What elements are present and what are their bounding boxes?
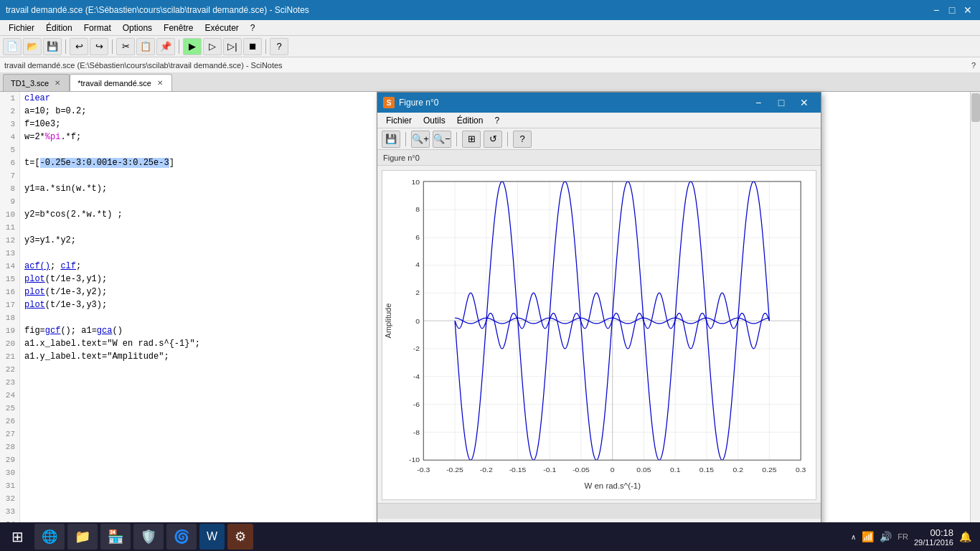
save-button[interactable]: 💾 <box>43 38 62 55</box>
clock-time: 00:18 <box>914 527 953 538</box>
stop-button[interactable]: ⏹ <box>243 38 262 55</box>
code-line-4: 4 w=2*%pi.*f; <box>0 131 380 143</box>
code-line-10: 10 y2=b*cos(2.*w.*t) ; <box>0 208 380 221</box>
code-line-16: 16 plot(t/1e-3,y2); <box>0 286 380 298</box>
taskbar-chevron[interactable]: ∧ <box>851 533 856 541</box>
figure-plot-area: 10 8 6 4 2 0 -2 -4 -6 -8 -10 -0.3 -0.25 … <box>382 170 816 500</box>
close-button[interactable]: ✕ <box>961 4 974 17</box>
svg-text:-8: -8 <box>413 429 420 437</box>
new-button[interactable]: 📄 <box>3 38 22 55</box>
tab-td1-close[interactable]: ✕ <box>53 79 62 87</box>
menu-options[interactable]: Options <box>117 22 158 34</box>
svg-text:8: 8 <box>415 205 420 213</box>
code-line-15: 15 plot(t/1e-3,y1); <box>0 273 380 286</box>
help-button[interactable]: ? <box>270 38 288 55</box>
code-line-8: 8 y1=a.*sin(w.*t); <box>0 182 380 195</box>
main-area: 1 clear 2 a=10; b=0.2; 3 f=10e3; 4 w=2*%… <box>0 92 980 525</box>
fig-tool-rotate[interactable]: ↺ <box>484 131 502 148</box>
svg-text:-0.1: -0.1 <box>543 466 556 474</box>
code-line-22: 22 <box>0 363 380 376</box>
fig-tool-zoom-out[interactable]: 🔍− <box>433 131 451 148</box>
tab-travail-close[interactable]: ✕ <box>156 79 164 87</box>
cut-button[interactable]: ✂ <box>116 38 135 55</box>
path-text: travail demandé.sce (E:\Sébastien\cours\… <box>4 61 283 70</box>
code-line-11: 11 <box>0 221 380 234</box>
svg-text:-0.15: -0.15 <box>509 466 527 474</box>
fig-tool-pan[interactable]: ⊞ <box>462 131 481 148</box>
code-line-28: 28 <box>0 441 380 453</box>
maximize-button[interactable]: □ <box>946 4 958 17</box>
code-line-13: 13 <box>0 247 380 260</box>
svg-text:-4: -4 <box>413 372 420 380</box>
editor-scrollbar[interactable] <box>970 92 980 525</box>
tab-td1[interactable]: TD1_3.sce ✕ <box>3 74 70 91</box>
taskbar-scilab[interactable]: ⚙ <box>227 524 253 550</box>
redo-button[interactable]: ↪ <box>90 38 108 55</box>
plot-svg: 10 8 6 4 2 0 -2 -4 -6 -8 -10 -0.3 -0.25 … <box>382 171 816 499</box>
svg-text:-0.05: -0.05 <box>573 466 590 474</box>
start-button[interactable]: ⊞ <box>3 524 32 550</box>
menu-help[interactable]: ? <box>245 22 261 34</box>
fig-sep3 <box>507 132 508 146</box>
code-line-18: 18 <box>0 311 380 324</box>
code-line-9: 9 <box>0 195 380 208</box>
sep3 <box>179 39 179 54</box>
svg-text:6: 6 <box>415 233 420 241</box>
path-help: ? <box>971 61 976 70</box>
figure-close-button[interactable]: ✕ <box>793 95 815 110</box>
svg-text:2: 2 <box>415 288 420 296</box>
fig-menu-edition[interactable]: Édition <box>451 114 489 127</box>
menu-fenetre[interactable]: Fenêtre <box>158 22 199 34</box>
svg-text:-0.3: -0.3 <box>417 466 430 474</box>
copy-button[interactable]: 📋 <box>136 38 155 55</box>
menu-edition[interactable]: Édition <box>40 22 78 34</box>
menu-format[interactable]: Format <box>78 22 117 34</box>
figure-minimize-button[interactable]: − <box>748 95 769 110</box>
taskbar-items: 🌐 📁 🏪 🛡️ 🌀 W ⚙ <box>34 524 842 550</box>
menu-executer[interactable]: Exécuter <box>199 22 244 34</box>
scrollbar-thumb[interactable] <box>971 93 980 122</box>
tab-travail[interactable]: *travail demandé.sce ✕ <box>70 74 172 91</box>
fig-menu-fichier[interactable]: Fichier <box>380 114 418 127</box>
code-line-1: 1 clear <box>0 92 380 105</box>
taskbar-explorer[interactable]: 📁 <box>67 524 98 550</box>
fig-sep1 <box>405 132 406 146</box>
code-line-25: 25 <box>0 402 380 415</box>
run-sel-button[interactable]: ▷| <box>223 38 242 55</box>
menu-fichier[interactable]: Fichier <box>3 22 40 34</box>
undo-button[interactable]: ↩ <box>70 38 88 55</box>
run-button[interactable]: ▶ <box>183 38 202 55</box>
toolbar: 📄 📂 💾 ↩ ↪ ✂ 📋 📌 ▶ ▷ ▷| ⏹ ? <box>0 36 980 57</box>
taskbar-store[interactable]: 🏪 <box>100 524 131 550</box>
code-line-5: 5 <box>0 143 380 156</box>
open-button[interactable]: 📂 <box>23 38 42 55</box>
svg-text:0.3: 0.3 <box>796 466 806 474</box>
code-editor[interactable]: 1 clear 2 a=10; b=0.2; 3 f=10e3; 4 w=2*%… <box>0 92 380 525</box>
code-line-21: 21 a1.y_label.text="Amplitude"; <box>0 350 380 363</box>
fig-sep2 <box>456 132 457 146</box>
run-file-button[interactable]: ▷ <box>203 38 222 55</box>
fig-menu-help[interactable]: ? <box>489 114 505 127</box>
taskbar-word[interactable]: W <box>199 524 225 550</box>
paste-button[interactable]: 📌 <box>156 38 175 55</box>
svg-text:-0.25: -0.25 <box>446 466 463 474</box>
code-line-14: 14 acf(); clf; <box>0 260 380 273</box>
title-bar: travail demandé.sce (E:\Sébastien\cours\… <box>0 0 980 20</box>
taskbar-security[interactable]: 🛡️ <box>133 524 164 550</box>
figure-toolbar: 💾 🔍+ 🔍− ⊞ ↺ ? <box>377 128 821 150</box>
figure-maximize-button[interactable]: □ <box>771 95 792 110</box>
figure-controls: − □ ✕ <box>748 95 815 110</box>
minimize-button[interactable]: − <box>930 4 943 17</box>
path-bar: travail demandé.sce (E:\Sébastien\cours\… <box>0 57 980 73</box>
svg-text:-6: -6 <box>413 400 420 408</box>
fig-tool-help[interactable]: ? <box>513 131 532 148</box>
fig-menu-outils[interactable]: Outils <box>418 114 451 127</box>
taskbar-edge[interactable]: 🌐 <box>34 524 65 550</box>
code-line-3: 3 f=10e3; <box>0 118 380 131</box>
fig-tool-save[interactable]: 💾 <box>382 131 400 148</box>
taskbar-notification[interactable]: 🔔 <box>959 531 971 542</box>
taskbar: ⊞ 🌐 📁 🏪 🛡️ 🌀 W ⚙ ∧ 📶 🔊 FR 00:18 29/11/20… <box>0 522 980 551</box>
taskbar-chrome[interactable]: 🌀 <box>166 524 197 550</box>
fig-tool-zoom-in[interactable]: 🔍+ <box>411 131 430 148</box>
code-line-17: 17 plot(t/1e-3,y3); <box>0 298 380 311</box>
